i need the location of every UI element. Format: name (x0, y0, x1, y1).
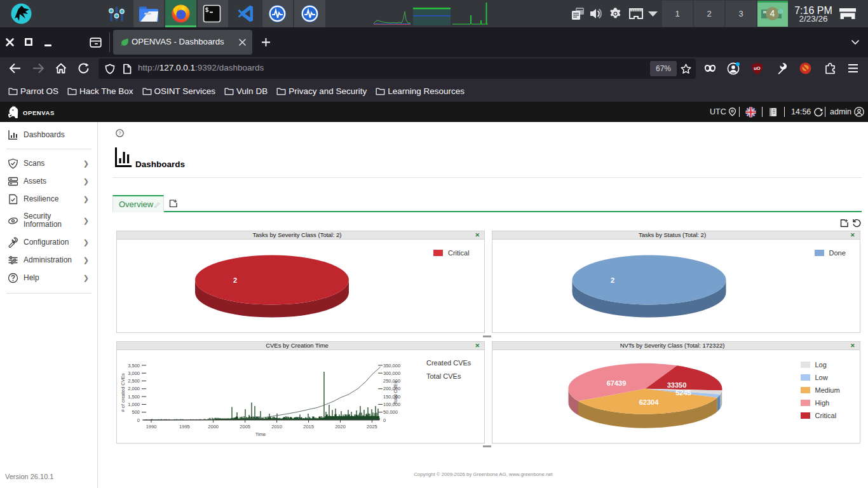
svg-text:1,000: 1,000 (128, 402, 140, 407)
svg-text:300,000: 300,000 (383, 370, 400, 376)
svg-text:3,500: 3,500 (128, 363, 140, 369)
svg-text:67439: 67439 (606, 379, 626, 387)
svg-text:2025: 2025 (367, 424, 377, 430)
svg-text:2: 2 (233, 276, 237, 284)
svg-text:2015: 2015 (303, 424, 314, 430)
svg-text:2005: 2005 (240, 424, 250, 430)
svg-text:2000: 2000 (208, 424, 219, 430)
svg-text:350,000: 350,000 (383, 363, 400, 369)
svg-text:# of created CVEs: # of created CVEs (120, 373, 126, 412)
svg-text:3,000: 3,000 (128, 370, 140, 376)
svg-text:5245: 5245 (675, 389, 691, 396)
svg-text:500: 500 (132, 409, 140, 415)
svg-text:1,500: 1,500 (128, 394, 140, 400)
svg-text:2,000: 2,000 (128, 386, 140, 391)
svg-text:uO: uO (754, 65, 761, 71)
svg-text:2010: 2010 (271, 424, 282, 430)
svg-text:62304: 62304 (639, 398, 658, 406)
svg-text:2: 2 (611, 276, 614, 284)
svg-text:2020: 2020 (335, 424, 346, 430)
svg-text:1990: 1990 (146, 424, 157, 430)
svg-text:50,000: 50,000 (383, 409, 398, 415)
svg-text:33350: 33350 (667, 381, 686, 389)
svg-text:0: 0 (137, 417, 140, 423)
svg-text:0: 0 (383, 417, 386, 423)
svg-text:Total CVEs: Total CVEs (393, 381, 398, 404)
svg-text:Time: Time (255, 431, 266, 437)
svg-text:?: ? (118, 130, 121, 136)
svg-text:1995: 1995 (179, 424, 190, 430)
svg-text:2,500: 2,500 (128, 378, 140, 384)
